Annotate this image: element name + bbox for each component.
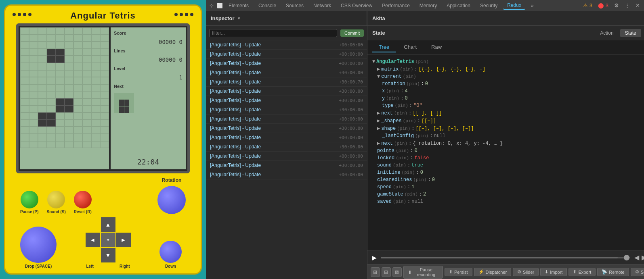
log-item[interactable]: [AngularTetris] - Update+00:00:00: [206, 50, 367, 59]
tree-tab[interactable]: Tree: [372, 42, 396, 52]
log-item[interactable]: [AngularTetris] - Update+30:00.00: [206, 105, 367, 115]
log-item[interactable]: [AngularTetris] - Update+30:00.00: [206, 124, 367, 133]
tree-collapse-current[interactable]: ▼: [377, 74, 380, 79]
log-item-name: [AngularTetris] - Update: [210, 116, 339, 122]
tab-sources[interactable]: Sources: [282, 2, 308, 9]
grid-cell: [100, 42, 109, 49]
settings-bottom-button[interactable]: ⚙ Settings: [631, 268, 644, 276]
tab-memory[interactable]: Memory: [415, 2, 441, 9]
settings-icon[interactable]: ⚙: [613, 2, 621, 9]
grid-cell-filled: [56, 106, 65, 113]
playback-fill: [381, 257, 618, 258]
inspector-dropdown-icon[interactable]: ▾: [238, 16, 240, 21]
grid-cell: [65, 141, 73, 148]
dpad-right-button[interactable]: ►: [116, 233, 131, 247]
tab-network[interactable]: Network: [309, 2, 335, 9]
tab-application[interactable]: Application: [443, 2, 474, 9]
log-item[interactable]: [AngularTetris] - Update+00:00:00: [206, 40, 367, 50]
log-item[interactable]: [AngularTetris] - Update+00:00:00: [206, 59, 367, 68]
device-icon[interactable]: ⬜: [216, 2, 223, 9]
dpad-up-button[interactable]: ▲: [101, 217, 115, 232]
chart-tab[interactable]: Chart: [397, 42, 423, 52]
raw-tab[interactable]: Raw: [425, 42, 448, 52]
log-item[interactable]: [AngularTetris] - Update+30:00.00: [206, 96, 367, 105]
tab-redux[interactable]: Redux: [503, 2, 525, 10]
tree-expand-matrix[interactable]: ▶: [377, 66, 380, 72]
tree-pin-speed: (pin): [393, 185, 406, 189]
export-button[interactable]: ⬆ Export: [568, 268, 596, 276]
tab-console[interactable]: Console: [254, 2, 280, 9]
playback-slider[interactable]: [381, 257, 630, 258]
grid-cell: [20, 35, 29, 42]
bottom-buttons: Drop (SPACE) ▲ ◄ ✦ ►: [16, 217, 190, 269]
slider-button[interactable]: ⚙ Slider: [513, 268, 539, 276]
tree-node-next: ▶ next (pin) : [[–], [–]]: [372, 109, 644, 117]
pause-button[interactable]: [21, 191, 38, 208]
play-button[interactable]: ▶: [372, 254, 377, 261]
log-item[interactable]: [AngularTetris] - Update+30:00.00: [206, 87, 367, 96]
grid-cell: [56, 42, 65, 49]
pause-recording-button[interactable]: ⏸ Pause recording: [403, 266, 443, 279]
grid-cell: [38, 27, 47, 35]
tab-more[interactable]: »: [527, 2, 538, 9]
tree-node-root: ▼ AngularTetris (pin): [372, 58, 644, 65]
bottom-icon-1[interactable]: ⊞: [371, 267, 380, 277]
filter-input[interactable]: [209, 29, 337, 37]
persist-button[interactable]: ⬆ Persist: [445, 268, 472, 276]
tree-val-points: 0: [414, 148, 417, 154]
log-item[interactable]: [AngularTetris] - Update+30:00.00: [206, 161, 367, 170]
close-devtools-icon[interactable]: ✕: [634, 2, 642, 9]
grid-cell: [47, 91, 56, 98]
log-item-time: +30:00.00: [339, 98, 363, 103]
tree-collapse-icon[interactable]: ▼: [372, 59, 375, 65]
diff-tab-button[interactable]: Diff: [643, 29, 644, 37]
state-tab-button[interactable]: State: [620, 29, 641, 37]
corner-dot: [174, 13, 178, 16]
tree-expand-next[interactable]: ▶: [377, 110, 380, 116]
grid-cell-filled: [47, 49, 56, 56]
log-item[interactable]: [AngularTetris] - Update+00:00:00: [206, 115, 367, 124]
preview-cell-filled: [119, 100, 124, 106]
remote-button[interactable]: 📡 Remote: [597, 268, 629, 276]
grid-cell: [73, 70, 82, 77]
tab-security[interactable]: Security: [476, 2, 501, 9]
log-item[interactable]: [AngularTetris] - Update+00:00:00: [206, 152, 367, 161]
settings-bottom-icon: ⚙: [635, 269, 639, 275]
top-buttons: Pause (P) Sound (S) Reset (R) Rotation: [16, 177, 190, 214]
dpad-left-button[interactable]: ◄: [86, 233, 100, 247]
log-item[interactable]: [AngularTetris] - Update+30:00.70: [206, 77, 367, 87]
action-tab-button[interactable]: Action: [595, 29, 618, 37]
log-item[interactable]: [AngularTetris] - Update+30:00.00: [206, 68, 367, 77]
tree-expand-shape[interactable]: ▶: [377, 125, 380, 131]
log-item[interactable]: [AngularTetris] - Update+00:00:00: [206, 170, 367, 179]
commit-button[interactable]: Commit: [340, 29, 364, 37]
log-list[interactable]: [AngularTetris] - Update+00:00:00[Angula…: [206, 40, 367, 279]
playback-thumb[interactable]: [624, 255, 629, 260]
more-menu-icon[interactable]: ⋮: [623, 2, 631, 9]
next-button[interactable]: ▶: [642, 254, 644, 261]
prev-button[interactable]: ◀: [634, 254, 639, 261]
tree-expand-next2[interactable]: ▶: [377, 140, 380, 146]
tree-expand-shapes[interactable]: ▶: [377, 118, 380, 124]
dispatcher-button[interactable]: ⚡ Dispatcher: [474, 268, 512, 276]
log-item[interactable]: [AngularTetris] - Update+30:00.00: [206, 142, 367, 152]
rotation-button[interactable]: [157, 186, 186, 214]
cursor-icon[interactable]: ⊹: [208, 2, 215, 9]
reset-button[interactable]: [74, 191, 92, 208]
bottom-icon-2[interactable]: ⊟: [382, 267, 391, 277]
preview-cell: [124, 93, 129, 99]
side-button[interactable]: [159, 241, 182, 263]
tab-css-overview[interactable]: CSS Overview: [337, 2, 376, 9]
bottom-icon-3[interactable]: ⊠: [392, 267, 402, 277]
grid-cell: [47, 98, 56, 106]
grid-cell: [91, 35, 100, 42]
dpad-down-button[interactable]: ▼: [101, 248, 115, 262]
tree-key-locked: locked: [377, 155, 394, 161]
drop-button[interactable]: [20, 227, 57, 263]
log-item[interactable]: [AngularTetris] - Update+00:00:00: [206, 133, 367, 142]
tab-elements[interactable]: Elements: [224, 2, 253, 9]
tab-performance[interactable]: Performance: [378, 2, 414, 9]
tree-key-speed: speed: [377, 184, 392, 190]
sound-button[interactable]: [47, 191, 65, 208]
import-button[interactable]: ⬇ Import: [540, 268, 567, 276]
